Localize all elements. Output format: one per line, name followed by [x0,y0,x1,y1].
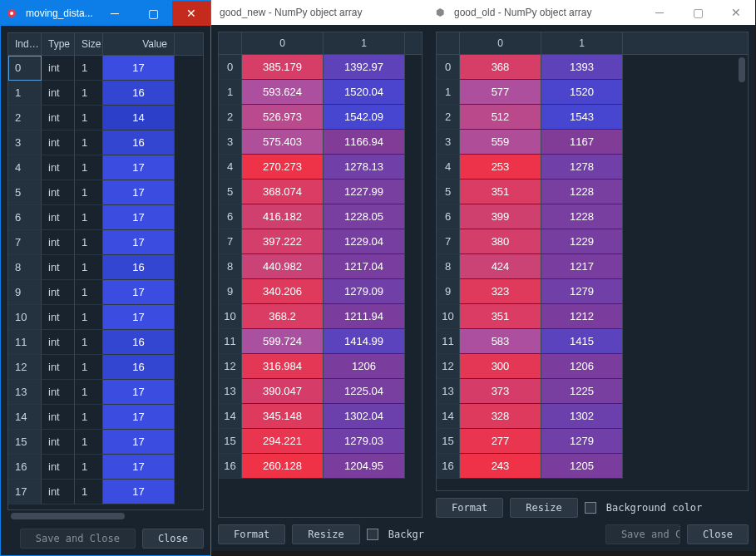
close-button[interactable]: Close [687,524,749,544]
cell[interactable]: 1520.04 [324,80,405,105]
row-index[interactable]: 3 [219,130,242,155]
table-row[interactable]: 1593.6241520.04 [219,80,422,105]
cell[interactable]: 368.074 [242,180,324,204]
titlebar[interactable]: good_new - NumPy object array [211,0,429,25]
row-index[interactable]: 6 [219,204,242,229]
row-index[interactable]: 1 [219,80,242,105]
close-button[interactable]: ✕ [717,0,755,25]
table-row[interactable]: 5368.0741227.99 [219,180,422,204]
cell[interactable]: 385.179 [242,55,324,80]
row-index[interactable]: 2 [219,105,242,130]
maximize-button[interactable]: ▢ [134,1,172,26]
col-header[interactable]: 0 [460,32,541,54]
format-button[interactable]: Format [436,498,503,518]
row-index[interactable]: 7 [437,229,460,254]
cell[interactable]: 1302.04 [324,404,405,429]
cell[interactable]: 1393 [541,55,623,80]
row-index[interactable]: 9 [437,279,460,304]
row-index[interactable]: 15 [219,429,242,454]
cell[interactable]: 559 [460,130,541,155]
table-row[interactable]: 11599.7241414.99 [219,329,422,354]
row-index[interactable]: 12 [437,354,460,379]
titlebar[interactable]: moving_dista... ─ ▢ ✕ [1,1,210,26]
table-row[interactable]: 93231279 [437,279,748,304]
cell[interactable]: 1278.13 [324,155,405,180]
table-row[interactable]: 133731225 [437,379,748,404]
col-header[interactable]: 1 [541,32,623,54]
bg-color-checkbox[interactable] [367,529,378,540]
table-row[interactable]: 4int117 [8,155,203,180]
cell[interactable]: 512 [460,105,541,130]
cell[interactable]: 1228.05 [324,204,405,229]
cell[interactable]: 253 [460,155,541,180]
table-row[interactable]: 2526.9731542.09 [219,105,422,130]
cell[interactable]: 1229.04 [324,229,405,254]
table-row[interactable]: 1int116 [8,81,203,106]
cell[interactable]: 397.222 [242,229,324,254]
row-index[interactable]: 5 [219,180,242,204]
cell[interactable]: 1279 [541,429,623,454]
row-index[interactable]: 7 [219,229,242,254]
cell[interactable]: 1206 [541,354,623,379]
cell[interactable]: 1279 [541,279,623,304]
cell[interactable]: 593.624 [242,80,324,105]
cell[interactable]: 340.206 [242,279,324,304]
cell[interactable]: 1392.97 [324,55,405,80]
resize-button[interactable]: Resize [292,524,359,544]
cell[interactable]: 260.128 [242,454,324,479]
row-index[interactable]: 0 [219,55,242,80]
table-row[interactable]: 15771520 [437,80,748,105]
row-index[interactable]: 11 [437,329,460,354]
table-row[interactable]: 42531278 [437,155,748,180]
row-index[interactable]: 5 [437,180,460,204]
cell[interactable]: 399 [460,204,541,229]
cell[interactable]: 424 [460,254,541,279]
cell[interactable]: 1228 [541,204,623,229]
cell[interactable]: 1212 [541,304,623,329]
table-row[interactable]: 16260.1281204.95 [219,454,422,479]
cell[interactable]: 1225 [541,379,623,404]
table-row[interactable]: 15294.2211279.03 [219,429,422,454]
table-row[interactable]: 6int117 [8,205,203,230]
close-button[interactable]: ✕ [172,1,210,26]
table-row[interactable]: 9340.2061279.09 [219,279,422,304]
cell[interactable]: 380 [460,229,541,254]
cell[interactable]: 1217 [541,254,623,279]
titlebar[interactable]: ⬢ good_old - NumPy object array ─ ▢ ✕ [429,0,755,25]
variable-grid[interactable]: Ind…TypeSizeValue 0int1171int1162int1143… [7,32,204,510]
table-row[interactable]: 0385.1791392.97 [219,55,422,80]
cell[interactable]: 1166.94 [324,130,405,155]
cell[interactable]: 323 [460,279,541,304]
row-index[interactable]: 3 [437,130,460,155]
table-row[interactable]: 63991228 [437,204,748,229]
table-row[interactable]: 11int116 [8,330,203,355]
table-row[interactable]: 9int117 [8,280,203,305]
table-row[interactable]: 0int117 [8,56,203,81]
table-row[interactable]: 6416.1821228.05 [219,204,422,229]
cell[interactable]: 1167 [541,130,623,155]
cell[interactable]: 526.973 [242,105,324,130]
cell[interactable]: 1279.03 [324,429,405,454]
cell[interactable]: 1206 [324,354,405,379]
table-row[interactable]: 5int117 [8,180,203,205]
cell[interactable]: 390.047 [242,379,324,404]
row-index[interactable]: 16 [219,454,242,479]
cell[interactable]: 1204.95 [324,454,405,479]
table-row[interactable]: 7int117 [8,230,203,255]
table-row[interactable]: 35591167 [437,130,748,155]
cell[interactable]: 577 [460,80,541,105]
table-row[interactable]: 13390.0471225.04 [219,379,422,404]
table-row[interactable]: 10int117 [8,305,203,330]
cell[interactable]: 1414.99 [324,329,405,354]
table-row[interactable]: 3int116 [8,130,203,155]
table-row[interactable]: 25121543 [437,105,748,130]
cell[interactable]: 300 [460,354,541,379]
table-row[interactable]: 7397.2221229.04 [219,229,422,254]
table-row[interactable]: 13int117 [8,380,203,405]
row-index[interactable]: 4 [219,155,242,180]
col-header[interactable]: Size [75,33,103,55]
bg-color-checkbox[interactable] [585,502,596,514]
cell[interactable]: 1228 [541,180,623,204]
table-row[interactable]: 16int117 [8,455,203,480]
cell[interactable]: 368.2 [242,304,324,329]
